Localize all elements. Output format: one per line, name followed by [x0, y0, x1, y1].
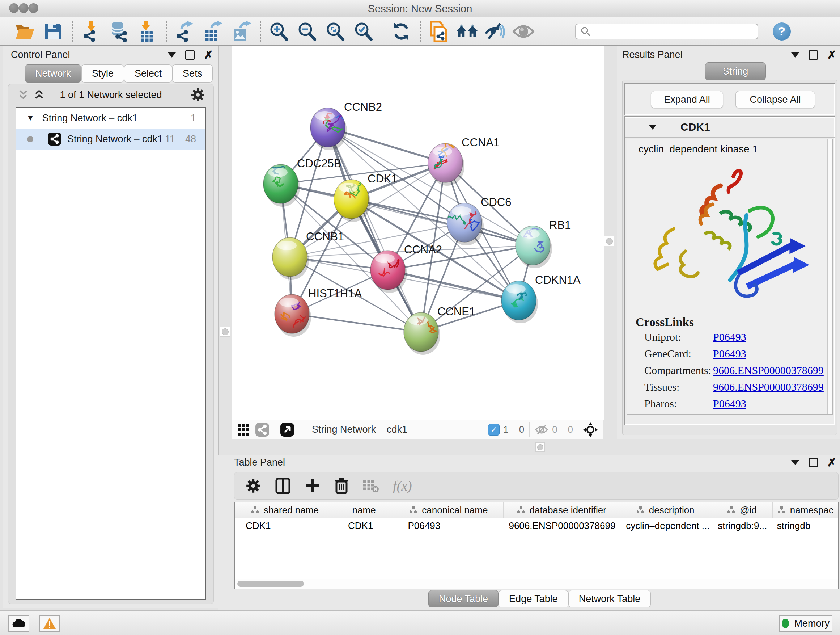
collapse-all-button[interactable]: Collapse All [736, 91, 815, 108]
node-label: CCNB2 [344, 101, 382, 113]
column-header[interactable]: database identifier [504, 502, 619, 518]
tab-network[interactable]: Network [25, 65, 81, 82]
crosslinks-title: CrossLinks [636, 316, 694, 329]
refresh-icon [391, 21, 411, 42]
export-network-icon [174, 21, 195, 42]
close-panel-icon[interactable]: ✗ [827, 51, 836, 59]
table-horizontal-scrollbar[interactable] [235, 579, 838, 589]
function-builder-button[interactable]: f(x) [393, 478, 412, 494]
node-label: RB1 [549, 219, 571, 231]
column-header[interactable]: namespac [773, 502, 838, 518]
table-options-button[interactable] [245, 478, 261, 494]
gear-icon[interactable] [190, 87, 205, 103]
float-panel-icon[interactable] [808, 458, 818, 467]
panel-menu-icon[interactable] [168, 52, 176, 57]
detach-view-icon[interactable] [280, 423, 294, 437]
genecard-link[interactable]: P06493 [713, 348, 746, 360]
column-header[interactable]: canonical name [393, 502, 504, 518]
birdseye-icon[interactable] [583, 422, 598, 438]
table-header-row: shared name name canonical name database… [235, 502, 838, 518]
cloud-icon [12, 619, 25, 628]
selected-nodes-checkbox[interactable]: ✓ [488, 424, 500, 435]
node-label: HIST1H1A [308, 287, 362, 300]
create-column-button[interactable] [305, 478, 321, 494]
tissues-link[interactable]: 9606.ENSP00000378699 [713, 381, 824, 393]
show-all-button[interactable] [512, 20, 535, 43]
show-column-button[interactable] [275, 477, 291, 494]
right-splitter-handle[interactable] [604, 236, 614, 246]
column-header[interactable]: name [335, 502, 393, 518]
tab-select[interactable]: Select [124, 65, 172, 82]
warnings-button[interactable] [39, 615, 60, 632]
export-table-button[interactable] [202, 20, 224, 43]
panel-menu-icon[interactable] [791, 460, 799, 465]
import-network-from-database-button[interactable] [108, 20, 130, 43]
float-panel-icon[interactable] [808, 50, 818, 60]
open-session-button[interactable] [14, 20, 36, 43]
close-panel-icon[interactable]: ✗ [827, 459, 836, 466]
trash-icon [334, 477, 349, 494]
tab-network-table[interactable]: Network Table [568, 590, 651, 608]
hidden-counts: 0 – 0 [552, 424, 573, 435]
hierarchy-icon [727, 506, 736, 514]
hide-selected-button[interactable] [484, 20, 507, 43]
tab-style[interactable]: Style [81, 65, 124, 82]
help-button[interactable]: ? [773, 22, 791, 41]
compartments-link[interactable]: 9606.ENSP00000378699 [713, 364, 824, 377]
export-network-button[interactable] [174, 20, 196, 43]
zoom-fit-button[interactable] [324, 20, 347, 43]
network-view-icon[interactable] [255, 423, 270, 437]
network-selection-status: 1 of 1 Network selected [8, 89, 213, 101]
zoom-selected-button[interactable] [352, 20, 375, 43]
table-row[interactable]: CDK1 CDK1 P06493 9606.ENSP00000378699 cy… [235, 518, 838, 533]
plus-icon [305, 478, 321, 494]
column-header[interactable]: description [619, 502, 711, 518]
import-table-button[interactable] [136, 20, 158, 43]
save-session-button[interactable] [42, 20, 65, 43]
first-neighbors-icon [456, 23, 478, 40]
table-type-tabs: Node Table Edge Table Network Table [428, 590, 651, 608]
hidden-eye-icon[interactable] [535, 424, 548, 435]
delete-table-button[interactable] [363, 479, 379, 493]
gene-collapse-icon[interactable] [649, 125, 657, 130]
grid-view-icon[interactable] [237, 423, 250, 436]
memory-button[interactable]: Memory [779, 615, 832, 632]
zoom-fit-icon [325, 21, 346, 42]
results-scrollbar[interactable] [827, 139, 832, 414]
left-splitter-handle[interactable] [220, 326, 230, 337]
network-collection-row[interactable]: ▼ String Network – cdk1 1 [16, 108, 205, 128]
collection-expand-icon[interactable]: ▼ [27, 113, 34, 123]
tab-sets[interactable]: Sets [172, 65, 213, 82]
main-toolbar: ? [0, 17, 840, 46]
results-splitter[interactable] [616, 46, 616, 439]
search-input[interactable] [575, 24, 758, 40]
tab-edge-table[interactable]: Edge Table [499, 590, 568, 608]
clone-network-button[interactable] [428, 20, 450, 43]
float-panel-icon[interactable] [185, 50, 195, 60]
network-canvas[interactable]: CCNB2CCNA1CDC25BCDK1CDC6RB1CCNB1CCNA2CDK… [232, 46, 604, 420]
clone-network-icon [429, 20, 449, 43]
table-splitter-handle[interactable] [535, 442, 545, 452]
cloud-button[interactable] [8, 615, 29, 632]
refresh-button[interactable] [390, 20, 412, 43]
network-status-dot [27, 136, 33, 142]
column-header[interactable]: shared name [235, 502, 335, 518]
uniprot-link[interactable]: P06493 [713, 331, 746, 343]
delete-column-button[interactable] [334, 477, 349, 494]
tab-node-table[interactable]: Node Table [428, 590, 499, 608]
zoom-out-button[interactable] [296, 20, 318, 43]
pharos-link[interactable]: P06493 [713, 397, 746, 410]
export-image-button[interactable] [230, 20, 253, 43]
panel-menu-icon[interactable] [791, 52, 799, 57]
expand-all-button[interactable]: Expand All [651, 91, 723, 108]
application-window: Session: New Session [0, 0, 840, 635]
gene-section-header[interactable]: CDK1 [625, 117, 835, 138]
tab-string[interactable]: String [705, 62, 766, 80]
import-network-from-file-button[interactable] [80, 20, 102, 43]
first-neighbors-button[interactable] [456, 20, 478, 43]
column-header[interactable]: @id [711, 502, 772, 518]
zoom-in-button[interactable] [268, 20, 290, 43]
scrollbar-thumb[interactable] [237, 581, 304, 587]
network-row-selected[interactable]: String Network – cdk1 11 48 [16, 128, 205, 149]
close-panel-icon[interactable]: ✗ [204, 51, 213, 59]
